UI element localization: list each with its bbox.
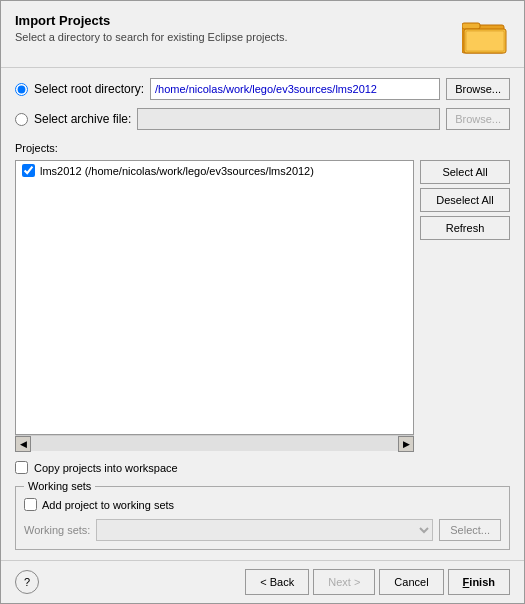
header-text-area: Import Projects Select a directory to se… (15, 13, 460, 43)
projects-buttons: Select All Deselect All Refresh (420, 160, 510, 451)
working-sets-select-row: Working sets: Select... (24, 519, 501, 541)
horizontal-scrollbar[interactable]: ◀ ▶ (15, 435, 414, 451)
svg-rect-1 (462, 23, 480, 29)
working-sets-label: Working sets: (24, 524, 90, 536)
add-working-sets-checkbox[interactable] (24, 498, 37, 511)
project-label: lms2012 (/home/nicolas/work/lego/ev3sour… (40, 165, 314, 177)
import-projects-dialog: Import Projects Select a directory to se… (0, 0, 525, 604)
projects-label: Projects: (15, 142, 510, 154)
root-directory-label: Select root directory: (34, 82, 144, 96)
dialog-footer: ? < Back Next > Cancel Finish (1, 560, 524, 603)
select-working-sets-button[interactable]: Select... (439, 519, 501, 541)
add-working-sets-label: Add project to working sets (42, 499, 174, 511)
scroll-track[interactable] (31, 436, 398, 451)
archive-file-row: Select archive file: Browse... (15, 108, 510, 130)
dialog-header: Import Projects Select a directory to se… (1, 1, 524, 68)
copy-checkbox[interactable] (15, 461, 28, 474)
next-button[interactable]: Next > (313, 569, 375, 595)
root-browse-button[interactable]: Browse... (446, 78, 510, 100)
select-all-button[interactable]: Select All (420, 160, 510, 184)
cancel-button[interactable]: Cancel (379, 569, 443, 595)
archive-browse-button[interactable]: Browse... (446, 108, 510, 130)
folder-icon (460, 13, 510, 57)
archive-file-radio[interactable] (15, 113, 28, 126)
finish-button[interactable]: Finish (448, 569, 510, 595)
root-directory-input[interactable] (150, 78, 440, 100)
list-item: lms2012 (/home/nicolas/work/lego/ev3sour… (16, 161, 413, 180)
dialog-subtitle: Select a directory to search for existin… (15, 31, 460, 43)
working-sets-group: Working sets Add project to working sets… (15, 480, 510, 550)
dialog-content: Select root directory: Browse... Select … (1, 68, 524, 560)
project-checkbox[interactable] (22, 164, 35, 177)
copy-label: Copy projects into workspace (34, 462, 178, 474)
back-button[interactable]: < Back (245, 569, 309, 595)
help-button[interactable]: ? (15, 570, 39, 594)
projects-area: lms2012 (/home/nicolas/work/lego/ev3sour… (15, 160, 510, 451)
working-sets-legend: Working sets (24, 480, 95, 492)
working-sets-select[interactable] (96, 519, 433, 541)
archive-file-label: Select archive file: (34, 112, 131, 126)
refresh-button[interactable]: Refresh (420, 216, 510, 240)
dialog-title: Import Projects (15, 13, 460, 28)
root-directory-radio[interactable] (15, 83, 28, 96)
projects-list[interactable]: lms2012 (/home/nicolas/work/lego/ev3sour… (15, 160, 414, 435)
svg-rect-3 (466, 31, 504, 51)
copy-row: Copy projects into workspace (15, 461, 510, 474)
scroll-left-arrow[interactable]: ◀ (15, 436, 31, 452)
finish-label: Finish (463, 576, 495, 588)
deselect-all-button[interactable]: Deselect All (420, 188, 510, 212)
archive-file-input[interactable] (137, 108, 440, 130)
root-directory-row: Select root directory: Browse... (15, 78, 510, 100)
scroll-right-arrow[interactable]: ▶ (398, 436, 414, 452)
add-working-sets-row: Add project to working sets (24, 498, 501, 511)
